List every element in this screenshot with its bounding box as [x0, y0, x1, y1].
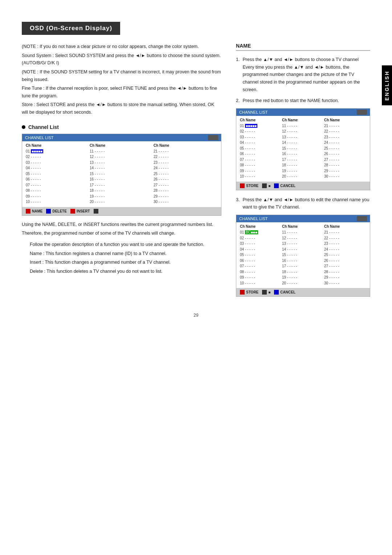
row-24-left: 24 - - - - - [154, 165, 217, 171]
r2-row-20: 20 - - - - - [282, 280, 324, 286]
r2-row-03: 03 - - - - - [240, 241, 282, 247]
btn-name[interactable]: NAME [26, 209, 42, 214]
btn-insert-icon [70, 209, 75, 214]
r1-row-06: 06 - - - - - [240, 151, 282, 157]
r2-btn-store-icon [240, 290, 245, 295]
indent-line-1: Follow the operation description of a fu… [30, 241, 221, 248]
r1-row-02: 02 - - - - - [240, 129, 282, 134]
r2-btn-cancel[interactable]: CANCEL [274, 290, 295, 295]
r2-row-28: 28 - - - - - [324, 269, 366, 275]
indent-line-2: Name : This function registers a channel… [30, 250, 221, 258]
r1-row-15: 15 - - - - - [282, 146, 324, 151]
r1-btn-cancel-icon [274, 183, 279, 188]
r2-row-09: 09 - - - - - [240, 275, 282, 280]
row-06-left: 06 - - - - - [26, 177, 90, 182]
col2-header-left: Ch Name [90, 143, 154, 147]
r2-btn-cancel-icon [274, 290, 279, 295]
r1-btn-dark-label: ■ [268, 184, 270, 188]
r1-row-25: 25 - - - - - [324, 146, 366, 151]
row-10-left: 10 - - - - - [26, 199, 90, 205]
r2-col2-header: Ch Name [282, 224, 324, 228]
r2-btn-dark-icon [262, 290, 267, 295]
row-27-left: 27 - - - - - [154, 182, 217, 188]
r2-row-23: 23 - - - - - [324, 241, 366, 247]
r2-highlight-01: BC■■■ [245, 230, 258, 234]
intro-line-5: Store : Select STORE and press the ◄/► b… [22, 101, 221, 116]
r2-row-21: 21 - - - - - [324, 230, 366, 235]
r1-row-22: 22 - - - - - [324, 129, 366, 134]
r2-row-01: 01 BC■■■ [240, 230, 282, 235]
r1-col-1: Ch Name 01 ■■■■■ 02 - - - - - 03 - - - -… [240, 118, 282, 179]
r2-row-22: 22 - - - - - [324, 235, 366, 241]
after-box-line-2: Therefore, the programmed number of some… [22, 230, 221, 237]
r1-row-29: 29 - - - - - [324, 168, 366, 174]
channel-list-content-left: Ch Name 01 ■■■■■ 02 - - - - - 03 - - - -… [22, 141, 221, 207]
numbered-item-3: 3. Press the ▲/▼ and ◄/► buttons to edit… [236, 196, 370, 211]
r1-btn-store[interactable]: STORE [240, 183, 258, 188]
btn-delete[interactable]: DELETE [46, 209, 66, 214]
button-bar-right-2: STORE ■ CANCEL [236, 288, 370, 296]
r2-row-07: 07 - - - - - [240, 263, 282, 269]
r1-row-21: 21 - - - - - [324, 123, 366, 129]
btn-insert[interactable]: INSERT [70, 209, 90, 214]
channel-list-box-right-1: CHANNEL LIST Ch Name 01 ■■■■■ 02 - - - -… [236, 108, 370, 190]
item-content-2: Press the red button to start the NAME f… [242, 97, 370, 105]
after-box-line-1: Using the NAME, DELETE, or INSERT functi… [22, 221, 221, 228]
r1-row-14: 14 - - - - - [282, 140, 324, 146]
r2-row-27: 27 - - - - - [324, 263, 366, 269]
intro-line-1: (NOTE : If you do not have a clear pictu… [22, 43, 221, 50]
item-number-1: 1. [236, 56, 240, 93]
r1-row-03: 03 - - - - - [240, 134, 282, 140]
r1-btn-cancel[interactable]: CANCEL [274, 183, 295, 188]
row-01-left: 01 ■■■■■ [26, 149, 90, 154]
side-label: ENGLISH [382, 65, 392, 105]
channel-list-box-header-left: CHANNEL LIST [22, 134, 221, 141]
btn-extra[interactable] [94, 209, 100, 214]
channel-list-header-right-r2 [357, 216, 367, 221]
r2-row-08: 08 - - - - - [240, 269, 282, 275]
r1-row-10: 10 - - - - - [240, 174, 282, 179]
button-bar-left: NAME DELETE INSERT [22, 207, 221, 215]
channel-col-2-left: Ch Name 11 - - - - - 12 - - - - - 13 - -… [90, 143, 154, 205]
col3-header-left: Ch Name [154, 143, 217, 147]
row-17-left: 17 - - - - - [90, 182, 154, 188]
r2-btn-store[interactable]: STORE [240, 290, 258, 295]
r1-btn-dark[interactable]: ■ [262, 183, 270, 188]
row-19-left: 19 - - - - - [90, 194, 154, 199]
r1-row-11: 11 - - - - - [282, 123, 324, 129]
btn-name-label: NAME [32, 209, 42, 213]
channel-list-header-text-right-1: CHANNEL LIST [239, 110, 268, 114]
r1-row-05: 05 - - - - - [240, 146, 282, 151]
indent-block: Follow the operation description of a fu… [30, 241, 221, 275]
btn-delete-label: DELETE [52, 209, 66, 213]
r2-row-11: 11 - - - - - [282, 230, 324, 235]
r1-col-3: Ch Name 21 - - - - - 22 - - - - - 23 - -… [324, 118, 366, 179]
r2-btn-dark[interactable]: ■ [262, 290, 270, 295]
row-09-left: 09 - - - - - [26, 194, 90, 199]
channel-list-box-header-right-2: CHANNEL LIST [236, 215, 370, 222]
right-column: NAME 1. Press the ▲/▼ and ◄/► buttons to… [236, 43, 370, 302]
r2-btn-cancel-label: CANCEL [280, 290, 295, 294]
r2-row-04: 04 - - - - - [240, 247, 282, 252]
r1-row-28: 28 - - - - - [324, 162, 366, 168]
item-number-3: 3. [236, 196, 240, 211]
channel-list-box-left: CHANNEL LIST Ch Name 01 ■■■■■ 02 - - - -… [22, 134, 221, 216]
channel-list-box-header-right-1: CHANNEL LIST [236, 109, 370, 116]
button-bar-right-1: STORE ■ CANCEL [236, 182, 370, 190]
row-23-left: 23 - - - - - [154, 160, 217, 166]
r2-row-10: 10 - - - - - [240, 280, 282, 286]
row-26-left: 26 - - - - - [154, 177, 217, 182]
numbered-item-2: 2. Press the red button to start the NAM… [236, 97, 370, 105]
row-18-left: 18 - - - - - [90, 188, 154, 194]
row-15-left: 15 - - - - - [90, 171, 154, 177]
row-30-left: 30 - - - - - [154, 199, 217, 205]
r2-row-12: 12 - - - - - [282, 235, 324, 241]
r2-row-25: 25 - - - - - [324, 252, 366, 258]
row-12-left: 12 - - - - - [90, 154, 154, 160]
r1-btn-store-label: STORE [246, 184, 258, 188]
row-07-left: 07 - - - - - [26, 182, 90, 188]
intro-line-3: (NOTE : If the SOUND SYSTEM setting for … [22, 68, 221, 83]
r1-row-19: 19 - - - - - [282, 168, 324, 174]
channel-col-3-left: Ch Name 21 - - - - - 22 - - - - - 23 - -… [154, 143, 217, 205]
r2-col-2: Ch Name 11 - - - - - 12 - - - - - 13 - -… [282, 224, 324, 286]
